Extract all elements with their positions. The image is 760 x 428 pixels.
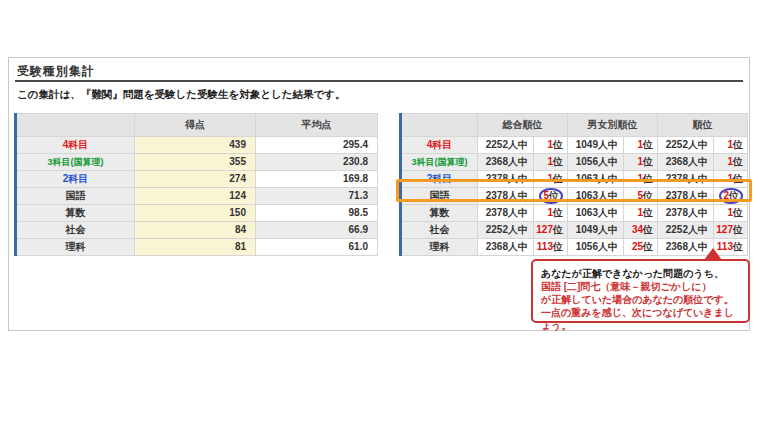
average-value: 61.0 bbox=[256, 239, 378, 256]
rank-unit: 位 bbox=[729, 190, 739, 201]
rank-table-header-gender: 男女別順位 bbox=[568, 114, 658, 137]
page-title: 受験種別集計 bbox=[17, 63, 95, 80]
overall-rank-cell: 5位 bbox=[534, 188, 568, 205]
average-value: 98.5 bbox=[256, 205, 378, 222]
average-value: 169.8 bbox=[256, 171, 378, 188]
rank-number: 127 bbox=[536, 224, 553, 235]
note-box: あなたが正解できなかった問題のうち、 国語 [二]問七（意味－親切ごかしに） が… bbox=[531, 259, 750, 323]
table-row-kokugo: 国語 2378人中 5位 1063人中 5位 2378人中 2位 bbox=[401, 188, 748, 205]
gender-total-cell: 1049人中 bbox=[568, 222, 624, 239]
gender-rank-cell: 1位 bbox=[624, 154, 658, 171]
overall-rank-cell: 127位 bbox=[534, 222, 568, 239]
rank-number: 113 bbox=[537, 241, 553, 252]
average-value: 295.4 bbox=[256, 137, 378, 154]
overall-total-cell: 2378人中 bbox=[478, 205, 534, 222]
note-line: 一点の重みを感じ、次につなげていきましょう。 bbox=[541, 306, 740, 332]
rank-unit: 位 bbox=[733, 224, 743, 235]
summary-description: この集計は、『難関』問題を受験した受験生を対象とした結果です。 bbox=[17, 88, 345, 102]
row-label: 社会 bbox=[16, 222, 135, 239]
final-total-cell: 2252人中 bbox=[658, 222, 714, 239]
row-label: 2科目 bbox=[16, 171, 135, 188]
rank-unit: 位 bbox=[733, 207, 743, 218]
overall-total-cell: 2368人中 bbox=[478, 239, 534, 256]
rank-number: 34 bbox=[632, 224, 643, 235]
score-table-header-average: 平均点 bbox=[256, 114, 378, 137]
table-row: 算数 150 98.5 bbox=[16, 205, 378, 222]
rank-number: 25 bbox=[632, 241, 643, 252]
table-row: 国語 124 71.3 bbox=[16, 188, 378, 205]
row-label: 3科目(国算理) bbox=[401, 154, 478, 171]
rank-unit: 位 bbox=[643, 207, 653, 218]
table-row: 算数 2378人中 1位 1063人中 1位 2378人中 1位 bbox=[401, 205, 748, 222]
final-rank-cell: 127位 bbox=[714, 222, 748, 239]
average-value: 71.3 bbox=[256, 188, 378, 205]
final-rank-cell: 1位 bbox=[714, 205, 748, 222]
row-label: 社会 bbox=[401, 222, 478, 239]
score-value: 355 bbox=[135, 154, 256, 171]
rank-table: 総合順位 男女別順位 順位 4科目 2252人中 1位 1049人中 1位 22… bbox=[399, 113, 748, 256]
rank-table-header-overall: 総合順位 bbox=[478, 114, 568, 137]
final-total-cell: 2378人中 bbox=[658, 205, 714, 222]
rank-unit: 位 bbox=[553, 156, 563, 167]
overall-total-cell: 2368人中 bbox=[478, 154, 534, 171]
rank-table-header-rank: 順位 bbox=[658, 114, 748, 137]
rank-unit: 位 bbox=[553, 173, 563, 184]
final-total-cell: 2378人中 bbox=[658, 171, 714, 188]
overall-total-cell: 2378人中 bbox=[478, 171, 534, 188]
overall-rank-cell: 1位 bbox=[534, 171, 568, 188]
title-divider bbox=[15, 80, 743, 82]
gender-rank-cell: 1位 bbox=[624, 205, 658, 222]
row-label: 国語 bbox=[401, 188, 478, 205]
gender-total-cell: 1063人中 bbox=[568, 205, 624, 222]
score-value: 439 bbox=[135, 137, 256, 154]
rank-circle-annotation: 5位 bbox=[539, 188, 563, 204]
overall-rank-cell: 1位 bbox=[534, 154, 568, 171]
row-label: 4科目 bbox=[16, 137, 135, 154]
summary-panel: 受験種別集計 この集計は、『難関』問題を受験した受験生を対象とした結果です。 得… bbox=[8, 57, 750, 331]
table-row: 3科目(国算理) 355 230.8 bbox=[16, 154, 378, 171]
overall-total-cell: 2252人中 bbox=[478, 222, 534, 239]
overall-total-cell: 2378人中 bbox=[478, 188, 534, 205]
row-label: 算数 bbox=[16, 205, 135, 222]
final-rank-cell: 2位 bbox=[714, 188, 748, 205]
average-value: 66.9 bbox=[256, 222, 378, 239]
rank-unit: 位 bbox=[553, 207, 563, 218]
score-value: 84 bbox=[135, 222, 256, 239]
row-label: 国語 bbox=[16, 188, 135, 205]
gender-total-cell: 1056人中 bbox=[568, 154, 624, 171]
rank-unit: 位 bbox=[643, 173, 653, 184]
final-total-cell: 2368人中 bbox=[658, 154, 714, 171]
row-label: 2科目 bbox=[401, 171, 478, 188]
table-row: 2科目 274 169.8 bbox=[16, 171, 378, 188]
note-line: が正解していた場合のあなたの順位です。 bbox=[541, 293, 740, 306]
table-row: 2科目 2378人中 1位 1063人中 1位 2378人中 1位 bbox=[401, 171, 748, 188]
final-rank-cell: 1位 bbox=[714, 154, 748, 171]
table-row: 4科目 439 295.4 bbox=[16, 137, 378, 154]
rank-unit: 位 bbox=[733, 156, 743, 167]
note-line: 国語 [二]問七（意味－親切ごかしに） bbox=[541, 280, 740, 293]
overall-rank-cell: 1位 bbox=[534, 205, 568, 222]
table-row: 理科 2368人中 113位 1056人中 25位 2368人中 113位 bbox=[401, 239, 748, 256]
rank-unit: 位 bbox=[553, 139, 563, 150]
rank-unit: 位 bbox=[733, 241, 743, 252]
rank-unit: 位 bbox=[733, 139, 743, 150]
gender-rank-cell: 1位 bbox=[624, 171, 658, 188]
gender-total-cell: 1056人中 bbox=[568, 239, 624, 256]
gender-rank-cell: 25位 bbox=[624, 239, 658, 256]
table-row: 3科目(国算理) 2368人中 1位 1056人中 1位 2368人中 1位 bbox=[401, 154, 748, 171]
gender-total-cell: 1049人中 bbox=[568, 137, 624, 154]
gender-total-cell: 1063人中 bbox=[568, 188, 624, 205]
score-table-header-row: 得点 平均点 bbox=[16, 114, 378, 137]
table-row: 理科 81 61.0 bbox=[16, 239, 378, 256]
rank-unit: 位 bbox=[643, 156, 653, 167]
rank-table-header-empty bbox=[401, 114, 478, 137]
overall-total-cell: 2252人中 bbox=[478, 137, 534, 154]
average-value: 230.8 bbox=[256, 154, 378, 171]
row-label: 理科 bbox=[16, 239, 135, 256]
score-value: 81 bbox=[135, 239, 256, 256]
gender-rank-cell: 5位 bbox=[624, 188, 658, 205]
rank-unit: 位 bbox=[553, 241, 563, 252]
rank-unit: 位 bbox=[553, 224, 563, 235]
score-value: 124 bbox=[135, 188, 256, 205]
row-label: 算数 bbox=[401, 205, 478, 222]
